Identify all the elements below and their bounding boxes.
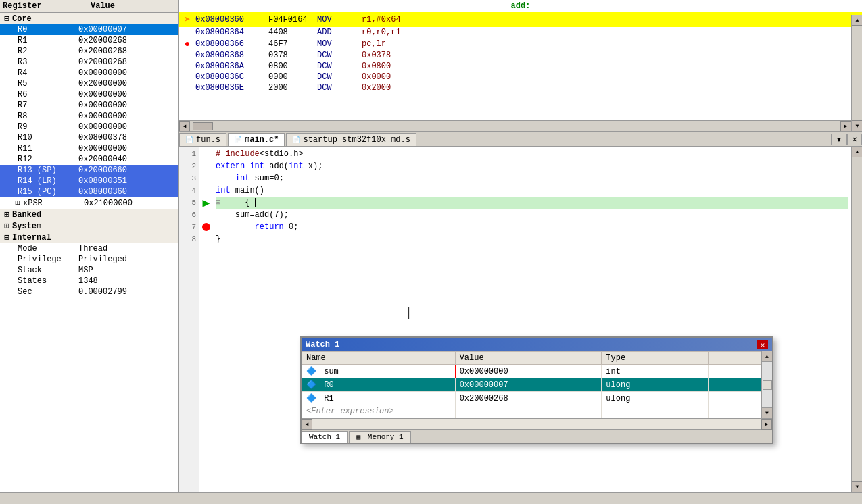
disasm-row-3[interactable]: ● 0x08000366 46F7 MOV pc,lr [179, 38, 862, 50]
vscroll-down-btn[interactable]: ▼ [852, 120, 862, 131]
watch-row-r0[interactable]: 🔷 R0 0x00000007 ulong [302, 378, 761, 392]
hscroll-left-btn[interactable]: ◀ [179, 121, 190, 132]
watch-col-name: Name [302, 352, 456, 365]
internal-expand-icon[interactable]: ⊟ [1, 232, 12, 243]
disasm-row-5[interactable]: 0x0800036A 0800 DCW 0x0800 [179, 61, 862, 72]
disasm-mnemonic-1: MOV [317, 15, 351, 24]
tab-close-btn[interactable]: ✕ [847, 134, 862, 145]
reg-name-r12: R12 [18, 155, 78, 164]
register-row-r5[interactable]: R5 0x20000000 [0, 78, 178, 89]
hscroll-thumb[interactable] [193, 122, 213, 130]
internal-label: Internal [12, 233, 51, 243]
register-row-r7[interactable]: R7 0x00000000 [0, 100, 178, 111]
register-row-r3[interactable]: R3 0x20000268 [0, 57, 178, 68]
bottom-bar [0, 492, 862, 504]
disasm-hscrollbar[interactable]: ◀ ▶ [179, 120, 851, 131]
disasm-bytes-5: 0800 [268, 61, 309, 71]
watch-scroll-down-btn[interactable]: ▼ [762, 407, 772, 418]
register-row-r12[interactable]: R12 0x20000040 [0, 154, 178, 165]
core-label: Core [12, 14, 32, 24]
register-row-xpsr[interactable]: ⊞ xPSR 0x21000000 [0, 197, 178, 209]
watch-hscroll-right[interactable]: ▶ [761, 419, 772, 430]
core-expand-icon[interactable]: ⊟ [1, 14, 12, 24]
code-vscroll-track [852, 157, 862, 481]
internal-sec-row[interactable]: Sec 0.00002799 [0, 286, 178, 297]
register-row-r13[interactable]: R13 (SP) 0x20000660 [0, 165, 178, 176]
reg-value-r0: 0x00000007 [78, 25, 127, 34]
code-vscroll-up[interactable]: ▲ [852, 147, 862, 157]
register-row-r8[interactable]: R8 0x00000000 [0, 111, 178, 122]
disasm-addr-6: 0x0800036C [195, 72, 263, 82]
disasm-vscrollbar[interactable]: ▲ ▼ [851, 15, 862, 131]
reg-value-r4: 0x00000000 [78, 68, 127, 78]
xpsr-expand-icon[interactable]: ⊞ [12, 198, 23, 208]
watch-type-sum: int [602, 365, 708, 378]
watch-hscroll[interactable]: ◀ ▶ [302, 418, 772, 429]
internal-stack-row[interactable]: Stack MSP [0, 265, 178, 276]
watch-enter-expression[interactable]: <Enter expression> [306, 407, 394, 416]
tab-mainc[interactable]: 📄 main.c* [228, 133, 285, 146]
register-row-r11[interactable]: R11 0x00000000 [0, 143, 178, 154]
register-row-r15[interactable]: R15 (PC) 0x08000360 [0, 186, 178, 197]
disasm-row-1[interactable]: ➤ 0x08000360 F04F0164 MOV r1,#0x64 [179, 12, 862, 27]
code-vscroll-down[interactable]: ▼ [852, 481, 862, 492]
vscroll-track [852, 26, 862, 120]
register-row-r0[interactable]: R0 0x00000007 [0, 24, 178, 35]
register-row-r6[interactable]: R6 0x00000000 [0, 89, 178, 100]
disasm-addr-5: 0x0800036A [195, 61, 263, 71]
watch-tab-memory1[interactable]: ▦ Memory 1 [349, 431, 410, 443]
banked-expand-icon[interactable]: ⊞ [1, 209, 12, 220]
system-section-header[interactable]: ⊞ System [0, 220, 178, 232]
tab-funs[interactable]: 📄 fun.s [179, 133, 226, 146]
watch-titlebar: Watch 1 ✕ [302, 338, 772, 351]
internal-privilege-row[interactable]: Privilege Privileged [0, 254, 178, 265]
watch-scroll-track2 [762, 390, 772, 408]
watch-scrollbar[interactable]: ▲ ▼ [761, 351, 772, 418]
watch-tab-watch1[interactable]: Watch 1 [302, 431, 348, 443]
disasm-row-7[interactable]: 0x0800036E 2000 DCW 0x2000 [179, 82, 862, 93]
internal-section-header[interactable]: ⊟ Internal [0, 232, 178, 243]
reg-name-r7: R7 [18, 101, 78, 110]
watch-row-sum[interactable]: 🔷 sum 0x00000000 int [302, 365, 761, 378]
disasm-row-6[interactable]: 0x0800036C 0000 DCW 0x0000 [179, 72, 862, 82]
gutter-line-4: 4 [179, 184, 196, 197]
watch-enter-expr-col[interactable]: <Enter expression> [302, 405, 456, 418]
hscroll-right-btn[interactable]: ▶ [840, 121, 851, 132]
banked-section-header[interactable]: ⊞ Banked [0, 209, 178, 220]
core-section-header[interactable]: ⊟ Core [0, 13, 178, 24]
code-text: sum=0; [249, 174, 283, 183]
code-kw-int: int [249, 161, 264, 171]
disasm-row-4[interactable]: 0x08000368 0378 DCW 0x0378 [179, 50, 862, 61]
register-row-r1[interactable]: R1 0x20000268 [0, 35, 178, 46]
tab-startup[interactable]: 📄 startup_stm32f10x_md.s [286, 133, 416, 146]
internal-privilege-value: Privileged [78, 255, 127, 264]
system-expand-icon[interactable]: ⊞ [1, 221, 12, 231]
watch-row-r1[interactable]: 🔷 R1 0x20000268 ulong [302, 392, 761, 405]
tab-mainc-icon: 📄 [234, 136, 242, 144]
watch-value-r1: 0x20000268 [455, 392, 602, 405]
disasm-addr-2: 0x08000364 [195, 28, 263, 37]
reg-value-r9: 0x00000000 [78, 122, 127, 132]
reg-name-r5: R5 [18, 79, 78, 89]
disasm-content: ➤ 0x08000360 F04F0164 MOV r1,#0x64 0x080… [179, 12, 862, 93]
disasm-mnemonic-7: DCW [317, 83, 351, 93]
watch-hscroll-left[interactable]: ◀ [302, 419, 312, 430]
register-row-r14[interactable]: R14 (LR) 0x08000351 [0, 176, 178, 186]
watch-scroll-up-btn[interactable]: ▲ [762, 351, 772, 362]
disasm-row-2[interactable]: 0x08000364 4408 ADD r0,r0,r1 [179, 27, 862, 38]
watch-close-button[interactable]: ✕ [757, 340, 768, 349]
tab-dropdown-btn[interactable]: ▼ [831, 134, 847, 145]
internal-mode-row[interactable]: Mode Thread [0, 243, 178, 254]
internal-states-row[interactable]: States 1348 [0, 276, 178, 286]
register-row-r9[interactable]: R9 0x00000000 [0, 122, 178, 132]
vscroll-up-btn[interactable]: ▲ [852, 15, 862, 26]
disasm-mnemonic-2: ADD [317, 28, 351, 37]
code-vscrollbar[interactable]: ▲ ▼ [851, 147, 862, 492]
register-row-r2[interactable]: R2 0x20000268 [0, 46, 178, 57]
register-row-r4[interactable]: R4 0x00000000 [0, 68, 178, 78]
watch-row-enter-expr[interactable]: <Enter expression> [302, 405, 761, 418]
disasm-bytes-6: 0000 [268, 72, 309, 82]
register-panel: Register Value ⊟ Core R0 0x00000007 R1 0… [0, 0, 179, 492]
register-row-r10[interactable]: R10 0x08000378 [0, 132, 178, 143]
code-line-2: extern int add(int x); [216, 160, 848, 172]
